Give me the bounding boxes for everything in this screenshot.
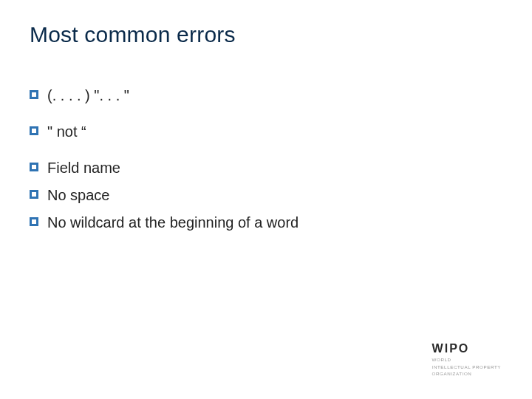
square-bullet-icon	[30, 90, 38, 99]
square-bullet-icon	[30, 126, 38, 135]
list-item: " not “	[30, 122, 502, 142]
list-item: Field name	[30, 158, 502, 178]
slide: Most common errors (. . . . ) ". . . " "…	[0, 0, 532, 399]
square-bullet-icon	[30, 163, 38, 171]
square-bullet-icon	[30, 190, 38, 199]
footer-logo: WIPO WORLD INTELLECTUAL PROPERTY ORGANIZ…	[432, 342, 501, 377]
brand-subline: ORGANIZATION	[432, 371, 501, 377]
bullet-text: No wildcard at the beginning of a word	[47, 213, 502, 233]
list-item: No space	[30, 185, 502, 205]
bullet-text: Field name	[47, 158, 502, 178]
square-bullet-icon	[30, 217, 38, 226]
bullet-text: (. . . . ) ". . . "	[47, 86, 502, 106]
bullet-text: No space	[47, 185, 502, 205]
list-item: No wildcard at the beginning of a word	[30, 213, 502, 233]
list-item: (. . . . ) ". . . "	[30, 86, 502, 106]
bullet-text: " not “	[47, 122, 502, 142]
slide-title: Most common errors	[30, 22, 502, 47]
brand-subline: WORLD	[432, 357, 501, 363]
bullet-list: (. . . . ) ". . . " " not “ Field name N…	[30, 86, 502, 233]
brand-name: WIPO	[432, 342, 501, 355]
brand-subline: INTELLECTUAL PROPERTY	[432, 364, 501, 370]
